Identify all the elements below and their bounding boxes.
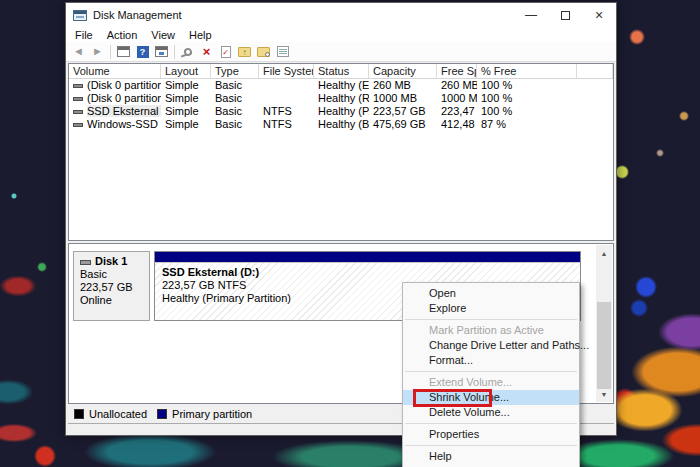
unallocated-swatch <box>74 409 84 419</box>
toolbar: ◄ ► ? × ✓ ↑ <box>66 42 616 62</box>
rescan-button[interactable] <box>179 43 196 60</box>
scroll-up-button[interactable]: ▲ <box>596 245 612 261</box>
set-active-button[interactable]: ✓ <box>217 43 234 60</box>
cell-capacity: 260 MB <box>369 79 437 92</box>
menu-help[interactable]: Help <box>182 29 219 41</box>
delete-icon: × <box>203 45 211 58</box>
col-capacity[interactable]: Capacity <box>369 64 437 78</box>
maximize-button[interactable] <box>548 3 582 27</box>
menu-separator <box>405 423 577 424</box>
menu-item-properties[interactable]: Properties <box>403 427 579 442</box>
col-pct-free[interactable]: % Free <box>477 64 577 78</box>
disk-management-app-icon <box>73 10 87 21</box>
table-row[interactable]: Windows-SSD (C:) Simple Basic NTFS Healt… <box>69 118 613 131</box>
disk1-label-box[interactable]: Disk 1 Basic 223,57 GB Online <box>73 251 150 321</box>
menu-item-extend-volume: Extend Volume... <box>403 375 579 390</box>
menu-action[interactable]: Action <box>100 29 145 41</box>
cell-capacity: 475,69 GB <box>369 118 437 131</box>
toolbar-separator <box>174 45 175 59</box>
disk-icon <box>80 260 91 265</box>
volume-icon <box>73 97 83 101</box>
volume-list-pane: Volume Layout Type File System Status Ca… <box>68 63 614 241</box>
menu-separator <box>405 445 577 446</box>
cell-pct: 100 % <box>477 79 577 92</box>
table-row[interactable]: SSD Eksternal (... Simple Basic NTFS Hea… <box>69 105 613 118</box>
menu-item-open[interactable]: Open <box>403 286 579 301</box>
set-active-icon: ✓ <box>221 46 231 58</box>
menu-item-shrink-volume[interactable]: Shrink Volume... <box>403 390 579 405</box>
magnifier-icon <box>265 52 270 57</box>
maximize-icon <box>561 11 570 20</box>
forward-button[interactable]: ► <box>89 43 106 60</box>
minimize-button[interactable]: — <box>514 3 548 27</box>
help-button[interactable]: ? <box>134 43 151 60</box>
menu-separator <box>405 371 577 372</box>
menu-separator <box>405 319 577 320</box>
volume-icon <box>73 84 83 88</box>
cell-status: Healthy (E... <box>314 79 369 92</box>
desktop-wallpaper: Disk Management — × File Action View Hel… <box>0 0 700 467</box>
menu-item-mark-partition-active: Mark Partition as Active <box>403 323 579 338</box>
cell-free: 260 MB <box>437 79 477 92</box>
col-file-system[interactable]: File System <box>259 64 314 78</box>
col-type[interactable]: Type <box>211 64 259 78</box>
table-row[interactable]: (Disk 0 partition 1) Simple Basic Health… <box>69 79 613 92</box>
folder-explore-icon <box>257 47 270 57</box>
window-title: Disk Management <box>93 9 182 21</box>
col-filler <box>577 64 613 78</box>
table-row[interactable]: (Disk 0 partition 4) Simple Basic Health… <box>69 92 613 105</box>
disk-kind: Basic <box>80 268 149 281</box>
forward-icon: ► <box>92 46 103 57</box>
snapin-window-button[interactable] <box>153 43 170 60</box>
cell-type: Basic <box>211 105 259 118</box>
scroll-down-button[interactable]: ▼ <box>596 386 612 402</box>
cell-free: 1000 MB <box>437 92 477 105</box>
explore-button[interactable] <box>255 43 272 60</box>
menu-item-change-drive-letter[interactable]: Change Drive Letter and Paths... <box>403 338 579 353</box>
menu-view[interactable]: View <box>144 29 182 41</box>
menu-item-format[interactable]: Format... <box>403 353 579 368</box>
col-volume[interactable]: Volume <box>69 64 161 78</box>
col-status[interactable]: Status <box>314 64 369 78</box>
drive-letter-button[interactable]: ↑ <box>236 43 253 60</box>
volume-list-header: Volume Layout Type File System Status Ca… <box>69 64 613 79</box>
cell-free: 223,47 GB <box>437 105 477 118</box>
col-layout[interactable]: Layout <box>161 64 211 78</box>
menu-item-delete-volume[interactable]: Delete Volume... <box>403 405 579 420</box>
titlebar[interactable]: Disk Management — × <box>66 3 616 27</box>
console-window-button[interactable] <box>115 43 132 60</box>
console-window-icon <box>117 46 130 57</box>
vertical-scrollbar[interactable]: ▲ ▼ <box>596 245 612 402</box>
col-free-space[interactable]: Free Sp... <box>437 64 477 78</box>
legend-primary-label: Primary partition <box>172 408 252 420</box>
delete-volume-button[interactable]: × <box>198 43 215 60</box>
volume-icon <box>73 110 83 114</box>
cell-layout: Simple <box>161 79 211 92</box>
scrollbar-thumb[interactable] <box>597 302 611 389</box>
properties-button[interactable] <box>274 43 291 60</box>
cell-type: Basic <box>211 118 259 131</box>
cell-capacity: 223,57 GB <box>369 105 437 118</box>
menu-item-explore[interactable]: Explore <box>403 301 579 316</box>
disk-state: Online <box>80 294 149 307</box>
menu-bar: File Action View Help <box>66 27 616 42</box>
cell-free: 412,48 GB <box>437 118 477 131</box>
folder-up-icon: ↑ <box>238 47 251 57</box>
cell-fs: NTFS <box>259 105 314 118</box>
window-snapin-icon <box>155 46 168 57</box>
properties-icon <box>277 46 289 57</box>
volume-name: Windows-SSD (C:) <box>87 118 161 130</box>
back-icon: ◄ <box>73 46 84 57</box>
cell-status: Healthy (R... <box>314 92 369 105</box>
menu-file[interactable]: File <box>68 29 100 41</box>
partition-context-menu: Open Explore Mark Partition as Active Ch… <box>402 282 580 467</box>
help-icon: ? <box>137 46 149 58</box>
cell-pct: 87 % <box>477 118 577 131</box>
close-button[interactable]: × <box>582 3 616 27</box>
cell-status: Healthy (P... <box>314 105 369 118</box>
rescan-icon <box>182 46 192 56</box>
volume-name: SSD Eksternal (... <box>87 105 161 117</box>
menu-item-help[interactable]: Help <box>403 449 579 464</box>
disk-name: Disk 1 <box>95 255 127 267</box>
back-button[interactable]: ◄ <box>70 43 87 60</box>
